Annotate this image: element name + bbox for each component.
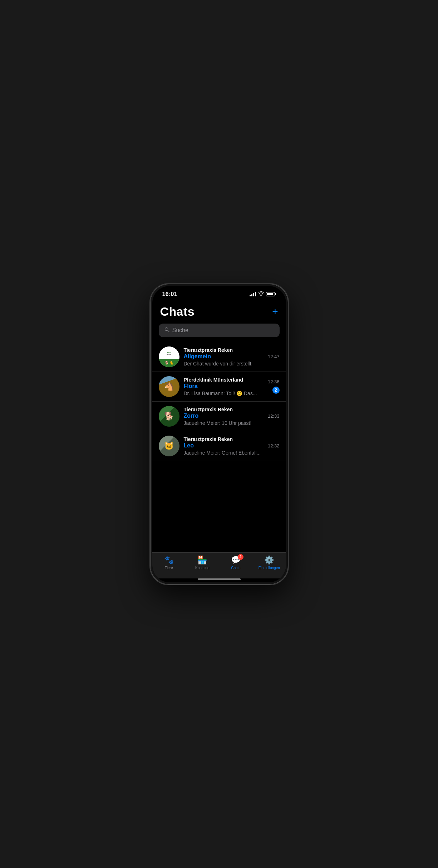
nav-chats[interactable]: 💬 2 Chats	[223, 556, 248, 570]
nav-einstellungen[interactable]: ⚙️ Einstellungen	[257, 556, 282, 570]
chat-meta-4: 12:32	[268, 443, 280, 448]
chat-org-4: Tierarztpraxis Reken	[184, 436, 264, 442]
power-button	[288, 352, 289, 380]
chat-time-4: 12:32	[268, 443, 280, 448]
home-indicator	[198, 578, 241, 580]
nav-label-tiere: Tiere	[165, 566, 173, 570]
dynamic-island	[197, 290, 242, 304]
avatar-leo: 🐱	[159, 436, 179, 456]
chat-info-allgemein: Tierarztpraxis Reken Allgemein Der Chat …	[184, 347, 264, 367]
chat-name-1: Allgemein	[184, 353, 264, 360]
search-bar[interactable]: Suche	[159, 324, 280, 337]
chat-name-4: Leo	[184, 442, 264, 449]
chat-meta-1: 12:47	[268, 354, 280, 359]
bottom-nav: 🐾 Tiere 🏪 Kontakte 💬 2 Chats ⚙️ Einstell…	[152, 552, 286, 578]
chat-name-2: Flora	[184, 383, 264, 389]
chat-time-3: 12:33	[268, 413, 280, 419]
wifi-icon	[258, 291, 264, 297]
add-chat-button[interactable]: +	[272, 306, 278, 316]
screen: 16:01	[152, 286, 286, 582]
mute-button	[149, 330, 150, 343]
clock: 16:01	[162, 291, 177, 297]
nav-chat-badge: 2	[238, 554, 243, 560]
nav-tiere[interactable]: 🐾 Tiere	[156, 556, 181, 570]
volume-down-button	[149, 374, 150, 397]
search-icon	[164, 327, 169, 333]
chat-org-3: Tierarztpraxis Reken	[184, 407, 264, 412]
status-icons	[250, 291, 276, 297]
chat-time-2: 12:36	[268, 379, 280, 384]
chat-item-flora[interactable]: 🐴 Pferdeklinik Münsterland Flora Dr. Lis…	[152, 372, 286, 402]
chat-item-allgemein[interactable]: TAP Reken 🐕🐈 Tierar	[152, 342, 286, 372]
main-content: Chats + Suche	[152, 297, 286, 552]
chat-info-zorro: Tierarztpraxis Reken Zorro Jaqueline Mei…	[184, 407, 264, 426]
unread-badge-flora: 2	[272, 387, 280, 394]
paw-icon: 🐾	[164, 556, 174, 565]
search-placeholder: Suche	[172, 327, 188, 334]
chat-info-flora: Pferdeklinik Münsterland Flora Dr. Lisa …	[184, 377, 264, 396]
chat-preview-3: Jaqueline Meier: 10 Uhr passt!	[184, 420, 264, 426]
nav-label-kontakte: Kontakte	[195, 566, 209, 570]
chat-preview-4: Jaqueline Meier: Gerne! Ebenfall...	[184, 450, 264, 456]
avatar-zorro: 🐕	[159, 406, 179, 427]
chat-info-leo: Tierarztpraxis Reken Leo Jaqueline Meier…	[184, 436, 264, 456]
chat-item-zorro[interactable]: 🐕 Tierarztpraxis Reken Zorro Jaqueline M…	[152, 402, 286, 431]
settings-icon: ⚙️	[264, 556, 274, 565]
svg-line-1	[168, 330, 169, 332]
chat-item-leo[interactable]: 🐱 Tierarztpraxis Reken Leo Jaqueline Mei…	[152, 431, 286, 461]
chat-preview-2: Dr. Lisa Baumann: Toll! 🙂 Das...	[184, 391, 264, 396]
store-icon: 🏪	[197, 556, 207, 565]
nav-label-chats: Chats	[231, 566, 240, 570]
avatar-pferde-flora: 🐴	[159, 376, 179, 397]
battery-icon	[266, 292, 276, 296]
page-header: Chats +	[152, 300, 286, 322]
volume-up-button	[149, 348, 150, 370]
chat-name-3: Zorro	[184, 413, 264, 419]
signal-icon	[250, 292, 256, 296]
page-title: Chats	[160, 305, 195, 319]
avatar-tap-reken-allgemein: TAP Reken 🐕🐈	[159, 346, 179, 367]
chat-meta-3: 12:33	[268, 413, 280, 419]
chat-preview-1: Der Chat wurde von dir erstellt.	[184, 361, 264, 367]
chat-org-2: Pferdeklinik Münsterland	[184, 377, 264, 383]
chat-org-1: Tierarztpraxis Reken	[184, 347, 264, 353]
chat-icon-wrapper: 💬 2	[231, 556, 241, 565]
chat-time-1: 12:47	[268, 354, 280, 359]
nav-kontakte[interactable]: 🏪 Kontakte	[190, 556, 215, 570]
chat-list: TAP Reken 🐕🐈 Tierar	[152, 342, 286, 461]
chat-meta-2: 12:36 2	[268, 379, 280, 394]
svg-point-0	[165, 328, 168, 330]
nav-label-einstellungen: Einstellungen	[259, 566, 280, 570]
phone-frame: 16:01	[149, 283, 289, 585]
search-container: Suche	[152, 322, 286, 342]
